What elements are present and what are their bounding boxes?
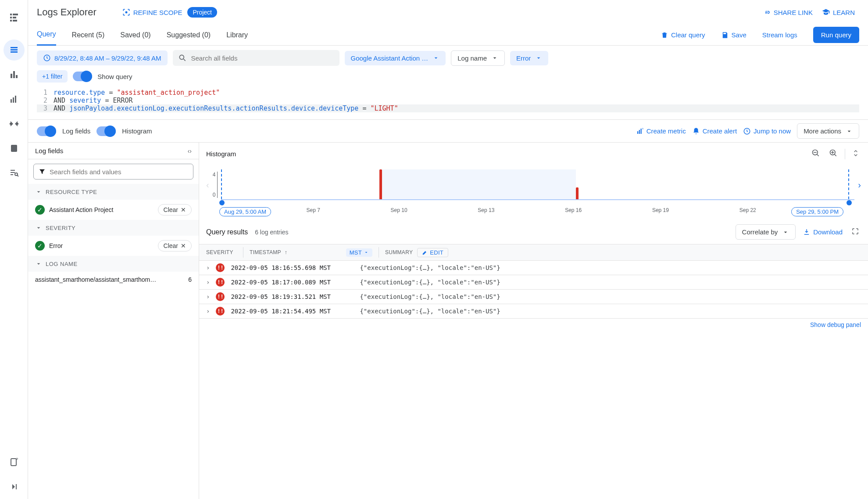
svg-line-35 xyxy=(817,154,819,156)
fullscreen-icon[interactable] xyxy=(850,226,861,238)
tab-library[interactable]: Library xyxy=(226,25,248,46)
field-logname-item[interactable]: assistant_smarthome/assistant_smarthom… … xyxy=(28,272,199,287)
tab-suggested[interactable]: Suggested (0) xyxy=(167,25,211,46)
create-metric-button[interactable]: + Create metric xyxy=(636,127,686,135)
search-fields-input[interactable] xyxy=(191,54,334,62)
histogram-toggle[interactable] xyxy=(96,126,116,136)
start-date-pill[interactable]: Aug 29, 5:00 AM xyxy=(219,207,271,216)
run-query-button[interactable]: Run query xyxy=(813,27,859,43)
time-range-chip[interactable]: 8/29/22, 8:48 AM – 9/29/22, 9:48 AM xyxy=(37,50,168,65)
learn-button[interactable]: LEARN xyxy=(817,5,859,19)
expand-icon[interactable]: › xyxy=(206,279,210,286)
nav-stats-icon[interactable] xyxy=(4,89,25,110)
summary-cell: {"executionLog":{…}, "locale":"en-US"} xyxy=(360,264,861,271)
show-query-toggle[interactable] xyxy=(73,72,92,81)
end-date-pill[interactable]: Sep 29, 5:00 PM xyxy=(791,207,843,216)
svg-rect-28 xyxy=(637,131,638,134)
edit-columns-button[interactable]: EDIT xyxy=(417,248,448,257)
plus-filter-button[interactable]: +1 filter xyxy=(37,70,68,83)
expand-icon[interactable]: › xyxy=(206,308,210,315)
save-button[interactable]: Save xyxy=(721,31,747,39)
nav-bars-icon[interactable] xyxy=(4,64,25,85)
tab-recent[interactable]: Recent (5) xyxy=(72,25,105,46)
log-row[interactable]: ›!!2022-09-05 18:16:55.698 MST{"executio… xyxy=(199,261,868,275)
create-alert-button[interactable]: Create alert xyxy=(692,127,737,135)
log-row[interactable]: ›!!2022-09-05 18:17:00.089 MST{"executio… xyxy=(199,275,868,290)
svg-rect-23 xyxy=(16,484,17,489)
nav-note-icon[interactable]: + xyxy=(4,452,25,473)
nav-random-icon[interactable] xyxy=(4,113,25,134)
col-timestamp[interactable]: TIMESTAMP ↑ MST xyxy=(250,248,372,257)
share-link-button[interactable]: SHARE LINK xyxy=(758,5,817,19)
histogram-next-icon[interactable]: › xyxy=(858,180,861,190)
log-fields-title: Log fields xyxy=(35,147,63,154)
col-severity[interactable]: SEVERITY xyxy=(206,249,237,255)
nav-doc-icon[interactable] xyxy=(4,138,25,159)
refine-scope-button[interactable]: REFINE SCOPE Project xyxy=(118,4,221,20)
show-query-label: Show query xyxy=(97,73,132,80)
sidebar-rail: + xyxy=(0,0,28,499)
check-icon: ✓ xyxy=(35,241,45,251)
clear-query-label: Clear query xyxy=(671,31,705,39)
log-fields-toggle[interactable] xyxy=(37,126,56,136)
fields-search-input[interactable] xyxy=(50,168,189,176)
clear-query-button[interactable]: Clear query xyxy=(661,31,705,39)
trash-icon xyxy=(661,31,668,39)
expand-fields-icon[interactable]: ‹› xyxy=(188,147,192,154)
svg-rect-8 xyxy=(11,51,18,53)
histogram-bar[interactable] xyxy=(576,187,579,199)
histogram-bars[interactable] xyxy=(221,169,854,200)
debug-panel-link[interactable]: Show debug panel xyxy=(199,319,868,331)
zoom-out-icon[interactable] xyxy=(810,147,822,161)
query-editor[interactable]: 1resource.type = "assistant_action_proje… xyxy=(28,87,868,119)
log-row[interactable]: ›!!2022-09-05 18:21:54.495 MST{"executio… xyxy=(199,304,868,319)
severity-dropdown[interactable]: Error xyxy=(510,51,548,65)
nav-logs-icon[interactable] xyxy=(4,39,25,61)
jump-to-now-button[interactable]: Jump to now xyxy=(743,127,791,135)
resize-icon[interactable] xyxy=(850,148,861,160)
group-severity[interactable]: SEVERITY xyxy=(28,220,199,236)
logo-icon[interactable] xyxy=(4,7,25,28)
group-logname-label: LOG NAME xyxy=(46,261,78,267)
resource-dropdown[interactable]: Google Assistant Action … xyxy=(345,51,446,65)
expand-icon[interactable]: › xyxy=(206,293,210,300)
filter-icon xyxy=(38,168,46,176)
histogram-prev-icon[interactable]: ‹ xyxy=(206,180,209,190)
histogram-bar[interactable] xyxy=(379,169,382,199)
results-columns: SEVERITY TIMESTAMP ↑ MST SUMMARY EDIT xyxy=(199,244,868,261)
nav-search-config-icon[interactable] xyxy=(4,162,25,183)
create-alert-label: Create alert xyxy=(703,127,737,135)
clear-severity-button[interactable]: Clear✕ xyxy=(158,240,192,251)
logname-dropdown[interactable]: Log name xyxy=(451,50,505,66)
search-icon xyxy=(178,54,187,62)
scope-icon xyxy=(122,8,131,17)
more-actions-dropdown[interactable]: More actions xyxy=(797,123,859,139)
search-fields-box[interactable] xyxy=(173,50,339,66)
svg-rect-18 xyxy=(11,174,13,175)
group-resource-label: RESOURCE TYPE xyxy=(46,189,97,195)
group-logname[interactable]: LOG NAME xyxy=(28,256,199,272)
svg-rect-29 xyxy=(639,130,639,134)
fields-search-box[interactable] xyxy=(33,164,193,179)
tab-query[interactable]: Query xyxy=(37,25,56,46)
clear-resource-button[interactable]: Clear✕ xyxy=(158,204,192,215)
chevron-down-icon xyxy=(535,54,542,61)
more-actions-label: More actions xyxy=(804,127,841,135)
svg-rect-6 xyxy=(11,47,18,48)
field-resource-item[interactable]: ✓ Assistant Action Project Clear✕ xyxy=(28,200,199,220)
create-metric-label: Create metric xyxy=(647,127,686,135)
nav-expand-icon[interactable] xyxy=(4,476,25,497)
stream-logs-button[interactable]: Stream logs xyxy=(762,31,797,39)
histogram-tick: Sep 13 xyxy=(478,207,494,216)
tab-saved[interactable]: Saved (0) xyxy=(120,25,150,46)
field-severity-item[interactable]: ✓ Error Clear✕ xyxy=(28,236,199,256)
download-button[interactable]: Download xyxy=(803,228,843,236)
correlate-dropdown[interactable]: Correlate by xyxy=(736,224,796,240)
log-row[interactable]: ›!!2022-09-05 18:19:31.521 MST{"executio… xyxy=(199,290,868,304)
zoom-in-icon[interactable] xyxy=(827,147,839,161)
timezone-selector[interactable]: MST xyxy=(346,248,372,257)
expand-icon[interactable]: › xyxy=(206,264,210,271)
sort-asc-icon: ↑ xyxy=(285,249,287,255)
group-resource-type[interactable]: RESOURCE TYPE xyxy=(28,184,199,200)
scope-pill: Project xyxy=(187,7,217,18)
